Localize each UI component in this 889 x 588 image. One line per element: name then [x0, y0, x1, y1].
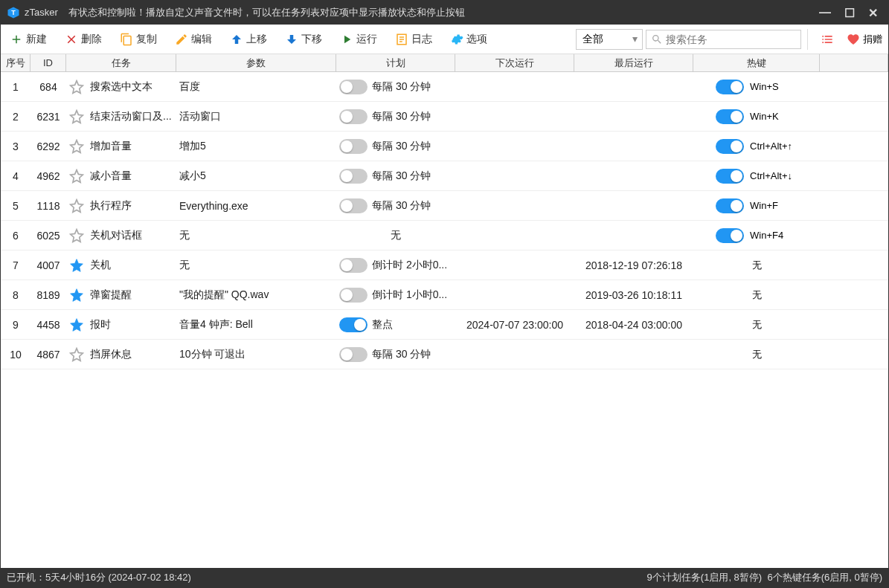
table-row[interactable]: 3 6292 增加音量 增加5 每隔 30 分钟 Ctrl+Alt+↑: [1, 132, 888, 161]
plan-text: 倒计时 1小时0...: [372, 288, 447, 302]
col-hotkey[interactable]: 热键: [693, 54, 820, 71]
plan-toggle[interactable]: [339, 317, 368, 332]
minimize-button[interactable]: —: [819, 6, 831, 20]
search-input[interactable]: [666, 33, 796, 45]
run-button[interactable]: 运行: [334, 30, 383, 49]
hotkey-toggle[interactable]: [716, 198, 744, 213]
table-row[interactable]: 8 8189 弹窗提醒 "我的提醒" QQ.wav 倒计时 1小时0... 20…: [1, 280, 888, 310]
options-button[interactable]: 选项: [444, 30, 493, 49]
table-row[interactable]: 7 4007 关机 无 倒计时 2小时0... 2018-12-19 07:26…: [1, 251, 888, 280]
hotkey-text: 无: [752, 348, 762, 361]
cell-star[interactable]: [66, 228, 87, 243]
maximize-button[interactable]: ☐: [844, 6, 855, 20]
delete-button[interactable]: 删除: [59, 30, 108, 49]
col-param[interactable]: 参数: [176, 54, 336, 71]
col-last[interactable]: 最后运行: [574, 54, 693, 71]
copy-icon: [120, 33, 133, 46]
cell-seq: 8: [1, 289, 31, 301]
copy-button[interactable]: 复制: [114, 30, 163, 49]
cell-star[interactable]: [66, 139, 87, 154]
star-icon: [69, 288, 84, 303]
plan-toggle[interactable]: [339, 109, 368, 124]
hotkey-toggle[interactable]: [716, 109, 744, 124]
hotkey-summary: 6个热键任务(6启用, 0暂停): [767, 571, 882, 584]
table-row[interactable]: 6 6025 关机对话框 无 无 Win+F4: [1, 221, 888, 251]
move-down-button[interactable]: 下移: [279, 30, 328, 49]
cell-seq: 4: [1, 170, 31, 182]
log-button[interactable]: 日志: [389, 30, 438, 49]
col-next[interactable]: 下次运行: [455, 54, 574, 71]
cell-star[interactable]: [66, 109, 87, 124]
plan-toggle[interactable]: [339, 80, 368, 94]
titlebar: T zTasker 有状态和控制啦！播放自定义声音文件时，可以在任务列表对应项中…: [1, 1, 888, 25]
edit-button[interactable]: 编辑: [169, 30, 218, 49]
cell-plan: 倒计时 1小时0...: [336, 288, 455, 303]
star-icon: [69, 169, 84, 184]
plan-toggle[interactable]: [339, 347, 368, 362]
cell-star[interactable]: [66, 258, 87, 273]
plan-text: 每隔 30 分钟: [372, 348, 431, 361]
col-plan[interactable]: 计划: [336, 54, 455, 71]
table-row[interactable]: 10 4867 挡屏休息 10分钟 可退出 每隔 30 分钟 无: [1, 340, 888, 369]
col-task[interactable]: 任务: [66, 54, 176, 71]
hotkey-text: Ctrl+Alt+↑: [750, 140, 792, 152]
announcement: 有状态和控制啦！播放自定义声音文件时，可以在任务列表对应项中显示播放状态和停止按…: [68, 7, 465, 18]
list-icon: [820, 32, 835, 47]
list-view-button[interactable]: [814, 29, 841, 50]
hotkey-toggle[interactable]: [716, 228, 744, 243]
new-button[interactable]: 新建: [4, 30, 53, 49]
table-row[interactable]: 5 1118 执行程序 Everything.exe 每隔 30 分钟 Win+…: [1, 191, 888, 221]
plan-toggle[interactable]: [339, 198, 368, 213]
cell-star[interactable]: [66, 169, 87, 184]
search-icon: [651, 33, 663, 45]
cell-plan: 每隔 30 分钟: [336, 198, 455, 213]
plan-text: 整点: [372, 318, 393, 332]
cell-task: 报时: [87, 318, 176, 332]
star-icon: [69, 258, 84, 273]
cell-plan: 每隔 30 分钟: [336, 169, 455, 184]
hotkey-toggle[interactable]: [716, 139, 744, 154]
plan-toggle[interactable]: [339, 288, 368, 303]
play-icon: [340, 33, 353, 46]
cell-star[interactable]: [66, 288, 87, 303]
arrow-up-icon: [230, 33, 243, 46]
cell-task: 弹窗提醒: [87, 288, 176, 302]
hotkey-toggle[interactable]: [716, 80, 744, 94]
table-row[interactable]: 9 4458 报时 音量4 钟声: Bell 整点 2024-07-07 23:…: [1, 310, 888, 340]
table-row[interactable]: 1 684 搜索选中文本 百度 每隔 30 分钟 Win+S: [1, 72, 888, 102]
col-id[interactable]: ID: [31, 54, 66, 71]
cell-id: 684: [31, 81, 66, 93]
hotkey-text: 无: [752, 288, 762, 302]
table-row[interactable]: 2 6231 结束活动窗口及... 活动窗口 每隔 30 分钟 Win+K: [1, 102, 888, 132]
star-icon: [69, 109, 84, 124]
cell-param: 百度: [176, 80, 336, 94]
hotkey-toggle[interactable]: [716, 169, 744, 184]
cell-seq: 1: [1, 81, 31, 93]
plan-toggle[interactable]: [339, 139, 368, 154]
cell-plan: 每隔 30 分钟: [336, 80, 455, 94]
cell-id: 4458: [31, 319, 66, 331]
cell-star[interactable]: [66, 317, 87, 332]
cell-last: 2019-03-26 10:18:11: [574, 289, 693, 301]
app-name: zTasker: [25, 7, 58, 18]
plan-toggle[interactable]: [339, 169, 368, 184]
table-header: 序号 ID 任务 参数 计划 下次运行 最后运行 热键: [1, 54, 888, 72]
plan-text: 每隔 30 分钟: [372, 169, 431, 183]
plan-toggle[interactable]: [339, 258, 368, 273]
close-button[interactable]: ✕: [868, 6, 878, 20]
col-seq[interactable]: 序号: [1, 54, 31, 71]
donate-button[interactable]: 捐赠: [841, 30, 888, 49]
cell-star[interactable]: [66, 347, 87, 362]
filter-select[interactable]: 全部: [576, 29, 643, 50]
search-box[interactable]: [646, 30, 801, 49]
col-spacer: [820, 54, 888, 71]
move-up-button[interactable]: 上移: [224, 30, 273, 49]
cell-id: 6292: [31, 140, 66, 152]
cell-star[interactable]: [66, 198, 87, 213]
star-icon: [69, 347, 84, 362]
cell-star[interactable]: [66, 80, 87, 94]
table-row[interactable]: 4 4962 减小音量 减小5 每隔 30 分钟 Ctrl+Alt+↓: [1, 161, 888, 191]
hotkey-text: Win+S: [750, 81, 779, 92]
star-icon: [69, 228, 84, 243]
cell-param: 10分钟 可退出: [176, 348, 336, 361]
